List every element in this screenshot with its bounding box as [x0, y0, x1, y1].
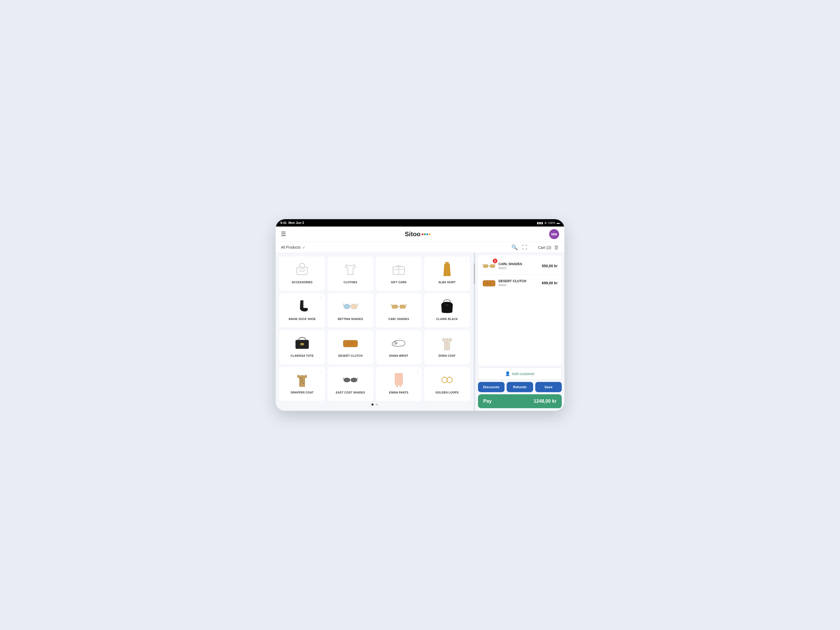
toolbar-icons: 🔍 ⛶	[512, 244, 527, 250]
app-logo: Sitoo	[405, 231, 431, 238]
logo-text: Sitoo	[405, 231, 420, 238]
svg-rect-13	[400, 305, 406, 309]
svg-rect-8	[300, 308, 308, 309]
cart-item-info-desert: DESERT CLUTCH 60602	[499, 279, 539, 287]
product-name-enina: ENINA PANTS	[389, 391, 408, 394]
action-row: Discounts Refunds Save	[478, 382, 562, 392]
product-card-east[interactable]: EAST COST SHADES	[328, 367, 373, 401]
cart-item-desert[interactable]: DESERT CLUTCH 60602 699,00 kr	[480, 275, 560, 291]
svg-rect-42	[483, 265, 488, 268]
discounts-button[interactable]: Discounts	[478, 382, 505, 392]
app-container: ☰ Sitoo MM All Products	[276, 227, 564, 411]
add-customer-button[interactable]: 👤 Add customer	[478, 368, 562, 380]
signal-icon: ▮▮▮▮	[537, 221, 543, 225]
product-img-east	[341, 370, 360, 389]
product-img-clarissa	[293, 334, 311, 352]
dot-red	[422, 234, 423, 235]
svg-rect-0	[297, 267, 307, 275]
card-menu-drapper[interactable]: ⋮	[319, 369, 323, 373]
product-card-giftcard[interactable]: GIFT CARD	[376, 256, 422, 291]
trash-icon[interactable]: 🗑	[554, 245, 559, 250]
product-name-giftcard: GIFT CARD	[391, 281, 407, 284]
product-card-clarissa[interactable]: CLARISSA TOTE	[279, 330, 325, 364]
cart-item-name-carl: CARL SHADES	[499, 262, 539, 266]
pay-total: 1248,00 kr	[534, 398, 556, 404]
product-card-drapper[interactable]: ⋮	[279, 367, 325, 401]
product-card-alba-skirt[interactable]: ⋮ ALBA SKIRT	[424, 256, 470, 291]
svg-point-24	[300, 378, 301, 379]
product-name-alba: ALBA SKIRT	[438, 281, 456, 284]
battery-label: 100%	[548, 221, 556, 224]
product-card-dora[interactable]: DORA COAT	[424, 330, 470, 364]
header-left: ☰	[281, 231, 286, 238]
product-card-desert[interactable]: DESERT CLUTCH	[328, 330, 373, 364]
product-img-giftcard	[390, 260, 408, 278]
product-img-carl	[390, 297, 408, 315]
product-card-golden[interactable]: GOLDEN LOOPS	[424, 367, 470, 401]
product-img-bettina	[341, 297, 360, 315]
product-name-clarissa: CLARISSA TOTE	[291, 354, 314, 357]
main-layout: ACCESSORIES CLOTHES	[276, 253, 564, 411]
battery-icon: ▬	[557, 221, 560, 224]
product-img-dora	[438, 334, 456, 352]
product-img-clothes	[341, 260, 360, 278]
svg-point-15	[445, 304, 449, 306]
cart-item-info-carl: CARL SHADES 60602	[499, 262, 539, 270]
header-right: MM	[549, 229, 559, 239]
hamburger-icon[interactable]: ☰	[281, 231, 286, 237]
product-name-dora: DORA COAT	[438, 354, 455, 357]
refunds-button[interactable]: Refunds	[507, 382, 533, 392]
product-card-diana[interactable]: DIANA WRIST	[376, 330, 422, 364]
product-img-diana	[390, 334, 408, 352]
page-dot-2[interactable]	[376, 403, 378, 406]
products-grid: ACCESSORIES CLOTHES	[279, 256, 470, 401]
product-img-golden	[438, 370, 456, 389]
product-card-enina[interactable]: ⋮ ENINA PANTS	[376, 367, 422, 401]
product-card-angie[interactable]: ⋮ ANGIE SOCK SHOE	[279, 293, 325, 327]
product-name-clothes: CLOTHES	[344, 281, 357, 284]
svg-point-9	[344, 304, 350, 309]
product-card-clothes[interactable]: CLOTHES	[328, 256, 373, 291]
cart-badge-carl: 1	[493, 259, 497, 263]
svg-point-39	[447, 377, 452, 383]
svg-point-38	[442, 377, 447, 383]
svg-point-25	[302, 380, 303, 381]
svg-rect-5	[445, 262, 449, 264]
svg-point-26	[300, 381, 302, 382]
dot-yellow	[429, 234, 431, 235]
card-menu-enina[interactable]: ⋮	[416, 369, 420, 373]
product-card-accessories[interactable]: ACCESSORIES	[279, 256, 325, 291]
tablet-frame: 9:41 Mon Jun 3 ▮▮▮▮ ⊛ 100% ▬ ☰ Sitoo	[276, 219, 564, 411]
svg-rect-43	[490, 265, 495, 268]
cart-panel: 1 CARL SHADES 60602 550,00 kr	[475, 253, 564, 411]
card-menu-angie[interactable]: ⋮	[319, 295, 323, 300]
header-center: Sitoo	[405, 231, 431, 238]
page-dot-1[interactable]	[371, 403, 374, 406]
cart-item-img-desert	[482, 277, 496, 289]
all-products-label: All Products	[281, 245, 300, 249]
product-card-carl[interactable]: CARL SHADES	[376, 293, 422, 327]
cart-item-carl[interactable]: 1 CARL SHADES 60602 550,00 kr	[480, 257, 560, 275]
logo-dots	[422, 234, 431, 235]
status-time-date: 9:41 Mon Jun 3	[280, 221, 304, 225]
toolbar: All Products ✓ 🔍 ⛶ Cart (2) 🗑	[276, 242, 564, 253]
svg-point-10	[351, 304, 357, 309]
svg-point-47	[488, 283, 489, 284]
pagination	[279, 401, 470, 407]
card-menu-alba[interactable]: ⋮	[464, 259, 468, 263]
avatar[interactable]: MM	[549, 229, 559, 239]
fullscreen-icon[interactable]: ⛶	[522, 245, 527, 250]
all-products-button[interactable]: All Products ✓	[281, 245, 306, 250]
svg-point-28	[300, 384, 301, 384]
product-card-claire[interactable]: CLAIRE BLACK	[424, 293, 470, 327]
pay-button[interactable]: Pay 1248,00 kr	[478, 394, 562, 408]
product-name-angie: ANGIE SOCK SHOE	[289, 317, 316, 321]
status-bar: 9:41 Mon Jun 3 ▮▮▮▮ ⊛ 100% ▬	[276, 219, 564, 227]
cart-actions: 👤 Add customer Discounts Refunds Save Pa…	[478, 368, 562, 408]
product-name-diana: DIANA WRIST	[389, 354, 409, 357]
search-icon[interactable]: 🔍	[512, 244, 518, 250]
product-card-bettina[interactable]: BETTINA SHADES	[328, 293, 373, 327]
product-img-enina	[390, 370, 408, 389]
save-button[interactable]: Save	[535, 382, 562, 392]
product-name-accessories: ACCESSORIES	[292, 281, 313, 284]
